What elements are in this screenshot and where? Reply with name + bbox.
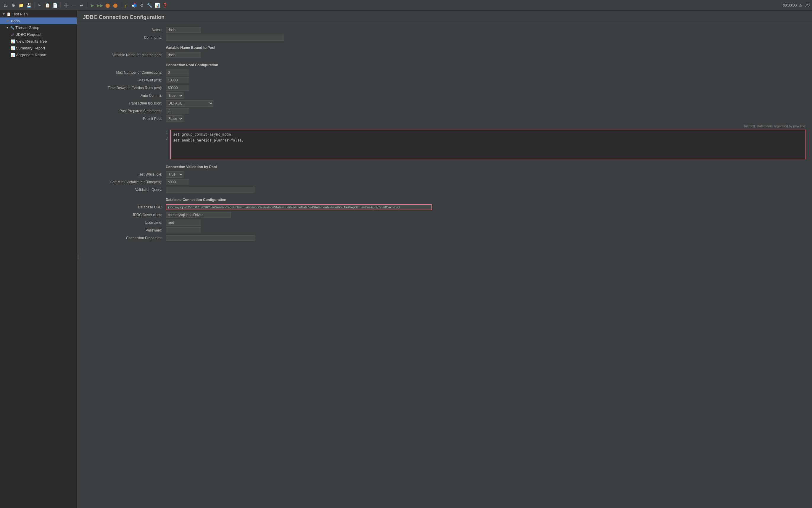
sidebar-label-test-plan: Test Plan	[12, 12, 28, 16]
view-results-tree-icon: 📊	[11, 39, 15, 44]
jdbc-driver-input[interactable]	[166, 212, 231, 218]
toolbar-icon-minus[interactable]: —	[71, 2, 77, 9]
pool-prepared-row: Pool Prepared Statements:	[83, 107, 806, 115]
toolbar-icon-tools3[interactable]: ⚙	[138, 2, 145, 9]
db-conn-heading-row: Database Connection Configuration	[83, 196, 806, 203]
conn-properties-value	[166, 235, 806, 241]
jdbc-driver-row: JDBC Driver class:	[83, 211, 806, 219]
toolbar-icon-run[interactable]: ▶	[89, 2, 96, 9]
toolbar-icon-undo[interactable]: ↩	[78, 2, 85, 9]
jdbc-request-icon: 🖊	[11, 33, 15, 37]
sidebar-item-doris[interactable]: ✂ doris	[0, 17, 77, 24]
conn-properties-input[interactable]	[166, 235, 255, 241]
transaction-isolation-value: DEFAULT READ_COMMITTED READ_UNCOMMITTED …	[166, 100, 806, 107]
toolbar-icon-cut[interactable]: ✂	[36, 2, 43, 9]
conn-pool-section-label: Connection Pool Configuration	[166, 61, 806, 69]
init-sql-row: Init SQL statements separated by new lin…	[83, 123, 806, 161]
validation-query-row: Validation Query:	[83, 186, 806, 194]
toolbar-icon-add[interactable]: ➕	[63, 2, 69, 9]
sidebar-label-jdbc-request: JDBC Request	[16, 32, 41, 37]
form-area: Name: Comments: Variable Name Bound to P…	[77, 23, 812, 251]
toolbar-icon-paste[interactable]: 📄	[52, 2, 58, 9]
resize-handle[interactable]: ⋮	[76, 254, 81, 260]
soft-min-input[interactable]	[166, 179, 189, 185]
toolbar-separator-1	[34, 2, 34, 8]
sidebar-item-aggregate-report[interactable]: 📊 Aggregate Report	[0, 51, 77, 58]
time-eviction-value	[166, 85, 806, 91]
preinit-pool-value: False True	[166, 116, 806, 122]
sidebar-item-view-results-tree[interactable]: 📊 View Results Tree	[0, 38, 77, 45]
test-while-idle-value: True False	[166, 171, 806, 178]
sidebar-item-summary-report[interactable]: 📊 Summary Report	[0, 45, 77, 51]
jdbc-driver-value	[166, 212, 806, 218]
toolbar-icon-settings[interactable]: ⚙	[10, 2, 16, 9]
main-toolbar: 🗂 ⚙ 📁 💾 ✂ 📋 📄 ➕ — ↩ ▶ ▶▶ ⬤ ⬤ 🎓 📬 ⚙ 🔧 📊 ❓…	[0, 0, 812, 11]
comments-label: Comments:	[83, 36, 166, 40]
transaction-isolation-select[interactable]: DEFAULT READ_COMMITTED READ_UNCOMMITTED …	[166, 100, 213, 107]
jdbc-driver-label: JDBC Driver class:	[83, 213, 166, 217]
auto-commit-label: Auto Commit:	[83, 93, 166, 98]
conn-validation-section-label: Connection Validation by Pool	[166, 163, 806, 170]
max-wait-label: Max Wait (ms):	[83, 78, 166, 82]
toolbar-icon-save[interactable]: 💾	[26, 2, 32, 9]
summary-report-icon: 📊	[11, 46, 15, 50]
toolbar-icon-help[interactable]: ❓	[162, 2, 168, 9]
sidebar-item-test-plan[interactable]: ▼ 📋 Test Plan	[0, 11, 77, 17]
toolbar-icon-tools2[interactable]: 📬	[131, 2, 137, 9]
sidebar-item-thread-group[interactable]: ▼ 🔧 Thread Group	[0, 24, 77, 31]
line-number-2: 2	[166, 136, 168, 141]
name-input[interactable]	[166, 27, 201, 33]
sidebar: ▼ 📋 Test Plan ✂ doris ▼ 🔧 Thread Group 🖊…	[0, 11, 77, 508]
toolbar-icon-open[interactable]: 📁	[18, 2, 24, 9]
test-while-idle-label: Test While Idle:	[83, 172, 166, 176]
main-layout: ▼ 📋 Test Plan ✂ doris ▼ 🔧 Thread Group 🖊…	[0, 11, 812, 508]
toolbar-icon-stop[interactable]: ⬤	[104, 2, 111, 9]
pool-name-row: Variable Name for created pool:	[83, 51, 806, 59]
username-input[interactable]	[166, 220, 201, 225]
variable-name-heading: Variable Name Bound to Pool	[166, 43, 806, 51]
max-connections-input[interactable]	[166, 70, 189, 76]
pool-prepared-input[interactable]	[166, 108, 189, 114]
soft-min-row: Soft Min Evictable Idle Time(ms):	[83, 178, 806, 186]
comments-input[interactable]	[166, 35, 284, 41]
pool-prepared-value	[166, 108, 806, 114]
toolbar-icon-tools1[interactable]: 🎓	[123, 2, 130, 9]
max-connections-value	[166, 70, 806, 76]
pool-name-input[interactable]	[166, 52, 201, 58]
toolbar-status: 00:00:00 ⚠ 0/0	[783, 3, 810, 7]
toolbar-icon-stop2[interactable]: ⬤	[112, 2, 119, 9]
sidebar-label-aggregate-report: Aggregate Report	[16, 53, 46, 57]
password-input[interactable]	[166, 227, 201, 233]
aggregate-report-icon: 📊	[11, 53, 15, 57]
transaction-isolation-label: Transaction Isolation:	[83, 101, 166, 105]
code-editor[interactable]: set group_commit=async_mode; set enable_…	[170, 130, 806, 159]
database-url-input[interactable]	[166, 204, 432, 210]
auto-commit-select[interactable]: True False	[166, 92, 183, 99]
toolbar-separator-2	[60, 2, 61, 8]
max-connections-row: Max Number of Connections:	[83, 69, 806, 76]
max-wait-input[interactable]	[166, 77, 189, 83]
db-conn-section-label: Database Connection Configuration	[166, 196, 806, 203]
pool-name-value-container	[166, 52, 806, 58]
toolbar-icon-chart[interactable]: 📊	[154, 2, 161, 9]
name-label: Name:	[83, 28, 166, 32]
pool-name-label: Variable Name for created pool:	[83, 53, 166, 57]
preinit-pool-select[interactable]: False True	[166, 116, 183, 122]
toolbar-icon-copy[interactable]: 📋	[44, 2, 51, 9]
time-eviction-input[interactable]	[166, 85, 189, 91]
variable-name-heading-row: Variable Name Bound to Pool	[83, 43, 806, 51]
panel-title: JDBC Connection Configuration	[83, 14, 806, 20]
toolbar-icon-folder[interactable]: 🗂	[2, 2, 9, 9]
test-while-idle-select[interactable]: True False	[166, 171, 183, 178]
toolbar-icon-run-all[interactable]: ▶▶	[97, 2, 103, 9]
toolbar-icon-tools4[interactable]: 🔧	[146, 2, 153, 9]
sidebar-item-jdbc-request[interactable]: 🖊 JDBC Request	[0, 31, 77, 38]
conn-properties-label: Connection Properties:	[83, 236, 166, 240]
auto-commit-value: True False	[166, 92, 806, 99]
init-sql-code[interactable]: set group_commit=async_mode; set enable_…	[171, 130, 806, 159]
validation-query-input[interactable]	[166, 187, 255, 193]
connection-pool-heading: Connection Pool Configuration	[166, 61, 806, 69]
preinit-pool-label: Preinit Pool:	[83, 117, 166, 121]
init-sql-label: Init SQL statements separated by new lin…	[166, 124, 806, 128]
validation-query-label: Validation Query:	[83, 188, 166, 192]
